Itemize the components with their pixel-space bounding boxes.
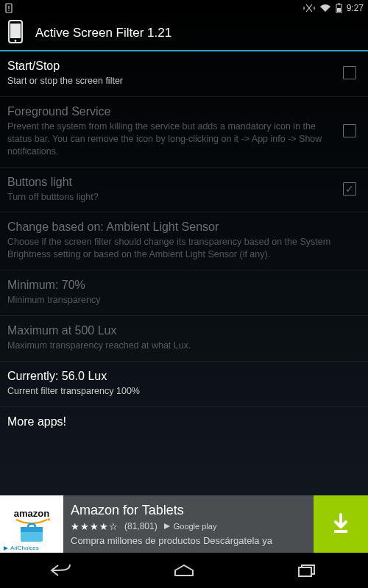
svg-point-2 bbox=[8, 10, 10, 11]
svg-rect-4 bbox=[338, 4, 340, 5]
ad-title: Amazon for Tablets bbox=[71, 503, 306, 518]
pref-start-stop[interactable]: Start/Stop Start or stop the screen filt… bbox=[0, 51, 368, 97]
ad-rating-count: (81,801) bbox=[124, 521, 158, 531]
settings-list[interactable]: Start/Stop Start or stop the screen filt… bbox=[0, 51, 368, 495]
svg-rect-5 bbox=[337, 8, 341, 12]
pref-minimum[interactable]: Minimum: 70% Minimum transparency bbox=[0, 270, 368, 316]
pref-buttons-light[interactable]: Buttons light Turn off butttons light? bbox=[0, 168, 368, 213]
battery-icon bbox=[336, 3, 342, 13]
navigation-bar bbox=[0, 553, 368, 588]
pref-more-apps[interactable]: More apps! bbox=[0, 407, 368, 438]
pref-summary: Choose if the screen filter should chang… bbox=[7, 236, 361, 261]
vibrate-icon bbox=[303, 3, 315, 13]
svg-rect-11 bbox=[21, 527, 43, 532]
svg-rect-14 bbox=[299, 567, 311, 576]
wifi-icon bbox=[319, 4, 331, 12]
pref-title: Foreground Service bbox=[7, 104, 336, 119]
checkbox-buttons-light[interactable] bbox=[343, 182, 356, 196]
pref-summary: Prevent the system from killing the serv… bbox=[7, 121, 336, 158]
pref-currently[interactable]: Currently: 56.0 Lux Current filter trans… bbox=[0, 362, 368, 407]
pref-title: Start/Stop bbox=[7, 59, 336, 74]
pref-title: Minimum: 70% bbox=[7, 278, 361, 293]
svg-point-8 bbox=[15, 40, 17, 42]
svg-rect-12 bbox=[334, 530, 347, 533]
pref-foreground-service[interactable]: Foreground Service Prevent the system fr… bbox=[0, 97, 368, 168]
status-bar: 9:27 bbox=[0, 0, 368, 16]
pref-title: Buttons light bbox=[7, 175, 336, 190]
notification-icon bbox=[4, 3, 13, 13]
pref-maximum[interactable]: Maximum at 500 Lux Maximum transparency … bbox=[0, 316, 368, 362]
home-icon bbox=[173, 563, 195, 578]
pref-change-based-on[interactable]: Change based on: Ambient Light Sensor Ch… bbox=[0, 212, 368, 270]
pref-summary: Turn off butttons light? bbox=[7, 191, 336, 204]
pref-summary: Start or stop the screen filter bbox=[7, 75, 336, 87]
app-bar: Active Screen Filter 1.21 bbox=[0, 16, 368, 51]
ad-rating-stars: ★★★★☆ bbox=[71, 521, 118, 532]
svg-text:amazon: amazon bbox=[14, 508, 49, 519]
recents-icon bbox=[297, 563, 316, 578]
pref-title: More apps! bbox=[7, 415, 361, 429]
ad-subtitle: Compra millones de productos Descárgatel… bbox=[71, 535, 306, 546]
download-icon bbox=[328, 512, 353, 537]
checkbox-foreground[interactable] bbox=[343, 124, 356, 137]
app-title: Active Screen Filter 1.21 bbox=[35, 26, 171, 40]
status-time: 9:27 bbox=[347, 3, 364, 13]
pref-title: Change based on: Ambient Light Sensor bbox=[7, 220, 361, 234]
ad-download-button[interactable] bbox=[314, 495, 368, 553]
checkbox-start-stop[interactable] bbox=[343, 66, 356, 79]
pref-summary: Current filter transparency 100% bbox=[7, 385, 361, 398]
ad-app-icon: amazon AdChoices bbox=[0, 495, 63, 553]
pref-title: Maximum at 500 Lux bbox=[7, 323, 361, 338]
pref-summary: Maximum transparency reached at what Lux… bbox=[7, 340, 361, 352]
nav-home-button[interactable] bbox=[155, 557, 213, 584]
pref-title: Currently: 56.0 Lux bbox=[7, 369, 361, 384]
back-icon bbox=[49, 563, 73, 578]
svg-rect-7 bbox=[10, 24, 21, 38]
ad-body: Amazon for Tablets ★★★★☆ (81,801) Google… bbox=[63, 495, 314, 553]
adchoices-badge[interactable]: AdChoices bbox=[1, 545, 40, 551]
nav-back-button[interactable] bbox=[32, 557, 91, 584]
ad-banner[interactable]: amazon AdChoices Amazon for Tablets ★★★★… bbox=[0, 495, 368, 553]
google-play-badge: Google play bbox=[163, 522, 217, 531]
app-icon bbox=[6, 19, 25, 47]
pref-summary: Minimum transparency bbox=[7, 294, 361, 306]
nav-recents-button[interactable] bbox=[277, 557, 336, 584]
